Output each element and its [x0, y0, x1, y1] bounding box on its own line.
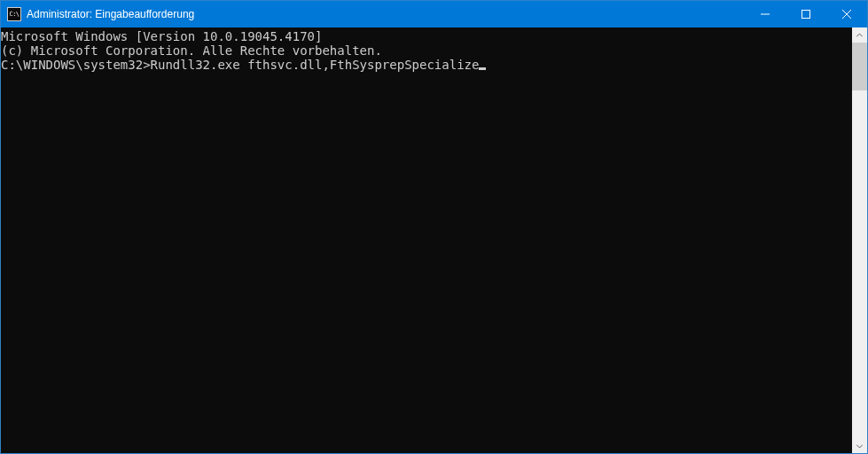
cmd-icon: C:\	[7, 7, 21, 21]
client-area: Microsoft Windows [Version 10.0.19045.41…	[1, 27, 867, 453]
scroll-thumb[interactable]	[852, 43, 867, 90]
cmd-window: C:\ Administrator: Eingabeaufforderung	[0, 0, 868, 454]
terminal-output[interactable]: Microsoft Windows [Version 10.0.19045.41…	[1, 27, 852, 453]
terminal-line-copyright: (c) Microsoft Corporation. Alle Rechte v…	[1, 43, 852, 58]
maximize-button[interactable]	[786, 1, 826, 27]
titlebar[interactable]: C:\ Administrator: Eingabeaufforderung	[1, 1, 867, 27]
scroll-track[interactable]	[852, 43, 867, 438]
window-title: Administrator: Eingabeaufforderung	[27, 1, 745, 27]
terminal-line-version: Microsoft Windows [Version 10.0.19045.41…	[1, 29, 852, 43]
vertical-scrollbar[interactable]	[852, 27, 867, 453]
scroll-down-button[interactable]	[852, 438, 867, 453]
terminal-line-prompt: C:\WINDOWS\system32>Rundll32.exe fthsvc.…	[1, 58, 852, 72]
minimize-button[interactable]	[745, 1, 786, 27]
minimize-icon	[761, 10, 770, 19]
terminal-cursor	[479, 67, 486, 70]
window-buttons	[745, 1, 867, 27]
chevron-down-icon	[856, 444, 863, 448]
close-icon	[842, 10, 851, 19]
prompt-path: C:\WINDOWS\system32>	[1, 58, 151, 72]
close-button[interactable]	[826, 1, 867, 27]
scroll-up-button[interactable]	[852, 27, 867, 43]
svg-rect-1	[802, 11, 810, 19]
chevron-up-icon	[856, 34, 863, 37]
command-text: Rundll32.exe fthsvc.dll,FthSysprepSpecia…	[151, 58, 480, 72]
maximize-icon	[802, 10, 810, 19]
